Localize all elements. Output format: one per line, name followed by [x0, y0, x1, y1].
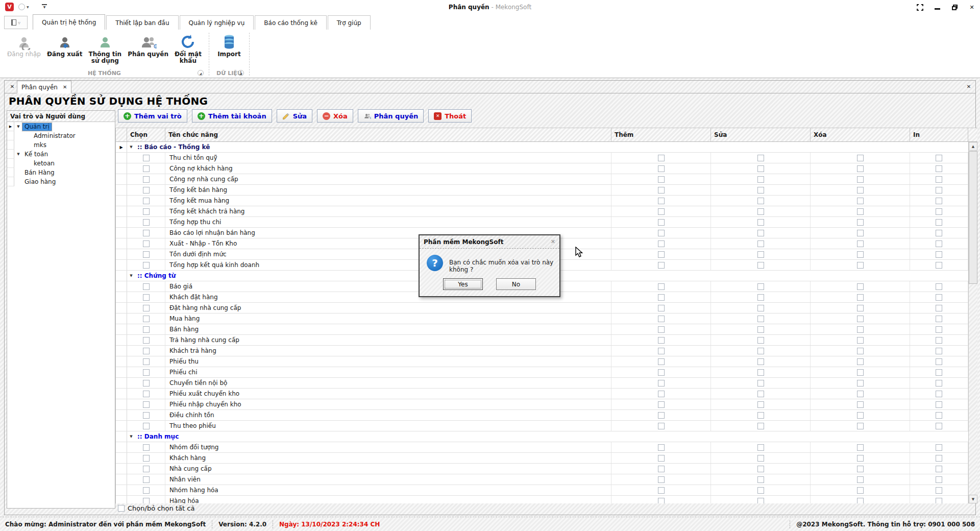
grid-column-header-name[interactable]: Tên chức năng: [165, 128, 611, 141]
grid-column-header-xoa[interactable]: Xóa: [811, 128, 910, 141]
grid-column-header-them[interactable]: Thêm: [611, 128, 711, 141]
row-checkbox-chon[interactable]: [143, 455, 150, 462]
row-checkbox-in[interactable]: [936, 230, 942, 236]
row-checkbox-sua[interactable]: [757, 412, 764, 419]
row-checkbox-in[interactable]: [936, 219, 942, 226]
row-checkbox-sua[interactable]: [757, 294, 764, 301]
row-checkbox-sua[interactable]: [757, 262, 764, 269]
toolbar-button-thêm-tài-khoản[interactable]: +Thêm tài khoản: [192, 109, 272, 123]
row-checkbox-in[interactable]: [936, 187, 942, 194]
row-checkbox-chon[interactable]: [143, 476, 150, 483]
grid-data-row[interactable]: Tổng kết mua hàng: [116, 196, 968, 206]
row-checkbox-xoa[interactable]: [857, 230, 864, 236]
minimize-button[interactable]: [933, 3, 941, 11]
row-checkbox-xoa[interactable]: [857, 262, 864, 269]
row-checkbox-them[interactable]: [658, 198, 665, 204]
row-checkbox-them[interactable]: [658, 165, 665, 172]
row-checkbox-sua[interactable]: [757, 326, 764, 333]
restore-button[interactable]: [950, 3, 959, 11]
row-checkbox-chon[interactable]: [143, 176, 150, 183]
row-checkbox-chon[interactable]: [143, 283, 150, 290]
row-checkbox-in[interactable]: [936, 444, 942, 451]
grid-group-row[interactable]: ▶▼:: Báo cáo - Thống kê: [116, 142, 968, 153]
row-checkbox-chon[interactable]: [143, 305, 150, 311]
row-checkbox-in[interactable]: [936, 337, 942, 344]
row-checkbox-them[interactable]: [658, 401, 665, 408]
row-checkbox-sua[interactable]: [757, 498, 764, 504]
grid-column-header-sua[interactable]: Sửa: [711, 128, 811, 141]
row-checkbox-chon[interactable]: [143, 498, 150, 504]
tree-expand-icon[interactable]: ▼: [14, 125, 22, 129]
group-collapse-icon[interactable]: ▼: [127, 145, 135, 149]
row-checkbox-them[interactable]: [658, 337, 665, 344]
row-checkbox-in[interactable]: [936, 391, 942, 397]
row-checkbox-xoa[interactable]: [857, 401, 864, 408]
row-checkbox-sua[interactable]: [757, 348, 764, 354]
ribbon-tab-1[interactable]: Quản trị hệ thống: [33, 14, 105, 30]
toolbar-button-thoát[interactable]: ✕Thoát: [428, 109, 472, 123]
row-checkbox-xoa[interactable]: [857, 476, 864, 483]
row-checkbox-them[interactable]: [658, 348, 665, 354]
row-checkbox-them[interactable]: [658, 358, 665, 365]
tree-item-kế-toán[interactable]: ▼Kế toán: [7, 150, 115, 159]
row-checkbox-them[interactable]: [658, 369, 665, 376]
row-checkbox-them[interactable]: [658, 423, 665, 429]
row-checkbox-them[interactable]: [658, 455, 665, 462]
grid-data-row[interactable]: Nhóm hàng hóa: [116, 485, 968, 496]
row-checkbox-xoa[interactable]: [857, 294, 864, 301]
row-checkbox-them[interactable]: [658, 305, 665, 311]
scroll-up-button[interactable]: ▲: [969, 142, 977, 151]
row-checkbox-them[interactable]: [658, 487, 665, 494]
ribbon-tab-4[interactable]: Báo cáo thống kê: [255, 15, 326, 30]
row-checkbox-sua[interactable]: [757, 337, 764, 344]
row-checkbox-them[interactable]: [658, 412, 665, 419]
grid-data-row[interactable]: Khách hàng: [116, 453, 968, 464]
row-checkbox-chon[interactable]: [143, 412, 150, 419]
close-button[interactable]: ✕: [968, 3, 976, 11]
row-checkbox-chon[interactable]: [143, 391, 150, 397]
row-checkbox-sua[interactable]: [757, 305, 764, 311]
row-checkbox-chon[interactable]: [143, 165, 150, 172]
row-checkbox-in[interactable]: [936, 262, 942, 269]
close-tab-right-button[interactable]: ✕: [965, 83, 972, 90]
row-checkbox-sua[interactable]: [757, 487, 764, 494]
grid-data-row[interactable]: Khách trả hàng: [116, 346, 968, 356]
row-checkbox-them[interactable]: [658, 240, 665, 247]
row-checkbox-sua[interactable]: [757, 165, 764, 172]
ribbon-button-đăng-xuất[interactable]: Đăng xuất: [44, 31, 86, 69]
row-checkbox-in[interactable]: [936, 498, 942, 504]
row-checkbox-xoa[interactable]: [857, 155, 864, 161]
grid-data-row[interactable]: Thu chi tồn quỹ: [116, 153, 968, 163]
row-checkbox-in[interactable]: [936, 155, 942, 161]
row-checkbox-xoa[interactable]: [857, 165, 864, 172]
row-checkbox-sua[interactable]: [757, 187, 764, 194]
dialog-launcher-icon[interactable]: ◢: [198, 70, 204, 76]
row-checkbox-in[interactable]: [936, 455, 942, 462]
grid-data-row[interactable]: Đặt hàng nhà cung cấp: [116, 303, 968, 313]
row-checkbox-in[interactable]: [936, 487, 942, 494]
no-button[interactable]: No: [496, 278, 536, 290]
row-checkbox-them[interactable]: [658, 498, 665, 504]
row-checkbox-xoa[interactable]: [857, 380, 864, 387]
scroll-down-button[interactable]: ▼: [969, 495, 977, 503]
row-checkbox-chon[interactable]: [143, 155, 150, 161]
row-checkbox-xoa[interactable]: [857, 423, 864, 429]
scrollbar-thumb[interactable]: [969, 151, 977, 284]
tree-expand-icon[interactable]: ▼: [14, 152, 22, 156]
row-checkbox-in[interactable]: [936, 316, 942, 322]
row-checkbox-chon[interactable]: [143, 326, 150, 333]
row-checkbox-sua[interactable]: [757, 401, 764, 408]
row-checkbox-xoa[interactable]: [857, 348, 864, 354]
grid-data-row[interactable]: Nhóm đối tượng: [116, 442, 968, 453]
row-checkbox-chon[interactable]: [143, 401, 150, 408]
row-checkbox-in[interactable]: [936, 251, 942, 258]
grid-data-row[interactable]: Tổng kết bán hàng: [116, 185, 968, 196]
row-checkbox-sua[interactable]: [757, 455, 764, 462]
grid-data-row[interactable]: Bán hàng: [116, 324, 968, 335]
row-checkbox-chon[interactable]: [143, 251, 150, 258]
row-checkbox-in[interactable]: [936, 240, 942, 247]
row-checkbox-in[interactable]: [936, 412, 942, 419]
row-checkbox-in[interactable]: [936, 401, 942, 408]
grid-data-row[interactable]: Thu theo phiếu: [116, 421, 968, 431]
toolbar-button-sửa[interactable]: Sửa: [277, 109, 312, 123]
